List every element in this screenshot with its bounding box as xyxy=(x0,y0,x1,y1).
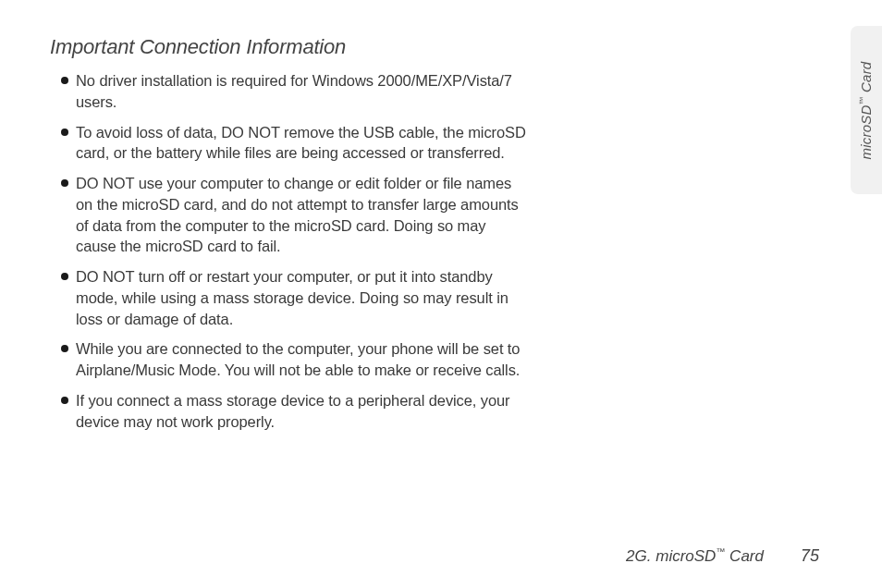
list-item: While you are connected to the computer,… xyxy=(63,338,529,381)
side-tab-suffix: Card xyxy=(859,61,875,96)
footer-page-number: 75 xyxy=(801,546,819,566)
list-item: To avoid loss of data, DO NOT remove the… xyxy=(63,122,529,165)
footer-section-prefix: 2G. microSD xyxy=(626,547,716,565)
list-item: DO NOT use your computer to change or ed… xyxy=(63,173,529,257)
page-footer: 2G. microSD™ Card 75 xyxy=(626,546,819,566)
side-tab-tm: ™ xyxy=(859,96,868,104)
list-item: If you connect a mass storage device to … xyxy=(63,390,529,433)
page-content: Important Connection Information No driv… xyxy=(0,0,573,432)
side-tab: microSD™ Card xyxy=(851,26,882,194)
footer-section-suffix: Card xyxy=(725,547,764,565)
footer-section-tm: ™ xyxy=(716,546,725,557)
side-tab-prefix: microSD xyxy=(859,104,875,159)
side-tab-label: microSD™ Card xyxy=(859,61,875,159)
footer-section-label: 2G. microSD™ Card xyxy=(626,546,764,566)
list-item: DO NOT turn off or restart your computer… xyxy=(63,266,529,329)
list-item: No driver installation is required for W… xyxy=(63,70,529,113)
section-heading: Important Connection Information xyxy=(50,35,529,59)
bullet-list: No driver installation is required for W… xyxy=(50,70,529,432)
